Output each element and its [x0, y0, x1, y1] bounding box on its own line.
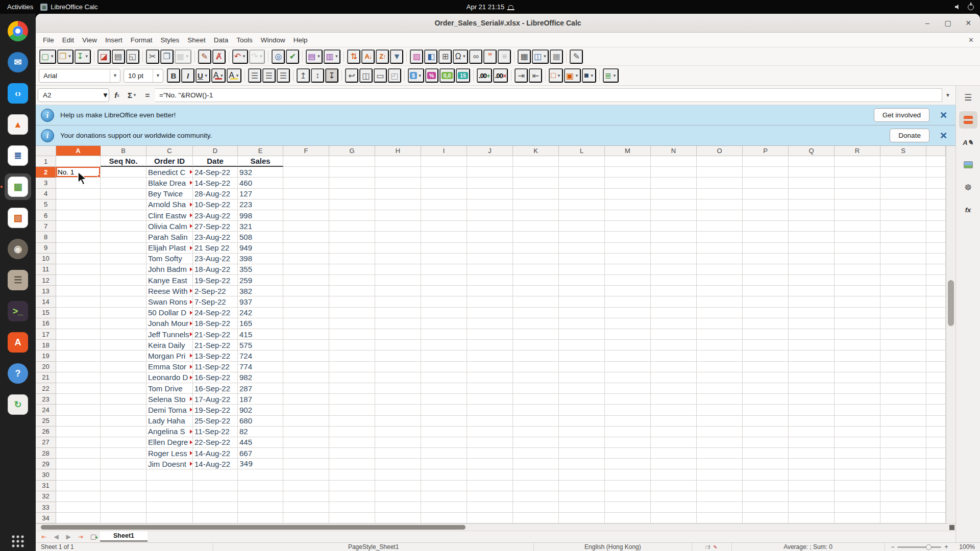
- cell-H11[interactable]: [375, 264, 421, 275]
- column-header-N[interactable]: N: [651, 146, 697, 156]
- cell-I14[interactable]: [421, 296, 467, 307]
- dock-item-files[interactable]: ☰: [5, 267, 31, 293]
- show-draw-functions-button[interactable]: ✎: [570, 49, 583, 64]
- cell-S23[interactable]: [880, 394, 926, 405]
- format-as-currency-button[interactable]: $▼: [408, 68, 424, 83]
- cell-O24[interactable]: [697, 405, 743, 415]
- column-header-I[interactable]: I: [421, 146, 467, 156]
- cell-I22[interactable]: [421, 383, 467, 394]
- cell-E13[interactable]: 382: [238, 286, 283, 296]
- cell-M17[interactable]: [605, 329, 651, 340]
- cell-M1[interactable]: [605, 156, 651, 167]
- cell-A25[interactable]: [56, 416, 101, 427]
- cell-C31[interactable]: [146, 481, 193, 491]
- borders-button[interactable]: □▼: [549, 68, 563, 83]
- cell-K34[interactable]: [513, 513, 559, 523]
- cell-R11[interactable]: [835, 264, 880, 275]
- cell-H33[interactable]: [375, 502, 421, 513]
- cell-J18[interactable]: [467, 340, 513, 350]
- first-sheet-button[interactable]: ⇤: [38, 533, 50, 540]
- cell-G22[interactable]: [329, 383, 375, 394]
- cell-N1[interactable]: [651, 156, 697, 167]
- cell-K20[interactable]: [513, 362, 559, 372]
- cell-K4[interactable]: [513, 189, 559, 199]
- cell-Q31[interactable]: [789, 481, 835, 491]
- cell-F2[interactable]: [283, 167, 329, 178]
- cell-P31[interactable]: [743, 481, 789, 491]
- chevron-down-icon[interactable]: ▼: [67, 54, 71, 59]
- cell-S22[interactable]: [880, 383, 926, 394]
- cell-P5[interactable]: [743, 199, 789, 210]
- redo-button[interactable]: ↷▼: [249, 49, 265, 64]
- row-header-33[interactable]: 33: [36, 502, 56, 513]
- cell-S16[interactable]: [880, 318, 926, 329]
- cell-D22[interactable]: 16-Sep-22: [193, 383, 238, 394]
- cell-B7[interactable]: [101, 221, 146, 232]
- cell-D7[interactable]: 27-Sep-22: [193, 221, 238, 232]
- cell-E16[interactable]: 165: [238, 318, 283, 329]
- cell-J21[interactable]: [467, 372, 513, 383]
- cell-L13[interactable]: [559, 286, 605, 296]
- cell-E3[interactable]: 460: [238, 178, 283, 188]
- cell-D17[interactable]: 21-Sep-22: [193, 329, 238, 340]
- cell-H9[interactable]: [375, 243, 421, 254]
- cell-M2[interactable]: [605, 167, 651, 178]
- wrap-text-button[interactable]: ↩: [345, 68, 358, 83]
- show-grid-button[interactable]: ▦: [550, 49, 563, 64]
- cell-D6[interactable]: 23-Aug-22: [193, 210, 238, 221]
- cell-L6[interactable]: [559, 210, 605, 221]
- cell-F11[interactable]: [283, 264, 329, 275]
- cell-C8[interactable]: Parah Salin: [146, 232, 193, 242]
- cell-J6[interactable]: [467, 210, 513, 221]
- cell-O25[interactable]: [697, 416, 743, 427]
- sidebar-sidebar-menu-button[interactable]: ☰: [959, 89, 977, 106]
- cell-E17[interactable]: 415: [238, 329, 283, 340]
- cell-J4[interactable]: [467, 189, 513, 199]
- cell-B14[interactable]: [101, 296, 146, 307]
- cell-N14[interactable]: [651, 296, 697, 307]
- cell-F34[interactable]: [283, 513, 329, 523]
- cell-O9[interactable]: [697, 243, 743, 254]
- sidebar-properties-button[interactable]: [959, 111, 977, 129]
- cell-C21[interactable]: Leonardo D: [146, 372, 193, 383]
- border-style-button[interactable]: ▣▼: [564, 68, 581, 83]
- cell-L25[interactable]: [559, 416, 605, 427]
- cell-R26[interactable]: [835, 427, 880, 437]
- dock-item-libreoffice-calc[interactable]: ▦: [5, 173, 31, 200]
- cell-S29[interactable]: [880, 459, 926, 469]
- new-document-button[interactable]: ▢▼: [39, 49, 56, 64]
- dock-item-ubuntu-software[interactable]: A: [5, 329, 31, 356]
- cell-I15[interactable]: [421, 308, 467, 318]
- cell-C6[interactable]: Clint Eastw: [146, 210, 193, 221]
- cell-P14[interactable]: [743, 296, 789, 307]
- cell-R34[interactable]: [835, 513, 880, 523]
- cell-P24[interactable]: [743, 405, 789, 415]
- chevron-down-icon[interactable]: ▼: [462, 54, 466, 59]
- cell-O4[interactable]: [697, 189, 743, 199]
- cell-O23[interactable]: [697, 394, 743, 405]
- center-vertically-button[interactable]: ↕: [311, 68, 324, 83]
- cell-D5[interactable]: 10-Sep-22: [193, 199, 238, 210]
- cell-O15[interactable]: [697, 308, 743, 318]
- cell-C13[interactable]: Reese With: [146, 286, 193, 296]
- cell-D11[interactable]: 18-Aug-22: [193, 264, 238, 275]
- cell-F27[interactable]: [283, 437, 329, 448]
- cell-M4[interactable]: [605, 189, 651, 199]
- cell-C14[interactable]: Swan Rons: [146, 296, 193, 307]
- cell-S15[interactable]: [880, 308, 926, 318]
- cell-P7[interactable]: [743, 221, 789, 232]
- format-as-percent-button[interactable]: %: [425, 68, 438, 83]
- cell-C2[interactable]: Benedict C: [146, 167, 193, 178]
- cell-P3[interactable]: [743, 178, 789, 188]
- cell-O19[interactable]: [697, 350, 743, 361]
- cell-F8[interactable]: [283, 232, 329, 242]
- cell-S8[interactable]: [880, 232, 926, 242]
- cell-H24[interactable]: [375, 405, 421, 415]
- cell-G3[interactable]: [329, 178, 375, 188]
- cell-H12[interactable]: [375, 275, 421, 286]
- cell-H32[interactable]: [375, 491, 421, 502]
- spelling-button[interactable]: ✔: [286, 49, 299, 64]
- cell-C7[interactable]: Olivia Calm: [146, 221, 193, 232]
- cell-D32[interactable]: [193, 491, 238, 502]
- row-header-21[interactable]: 21: [36, 372, 56, 383]
